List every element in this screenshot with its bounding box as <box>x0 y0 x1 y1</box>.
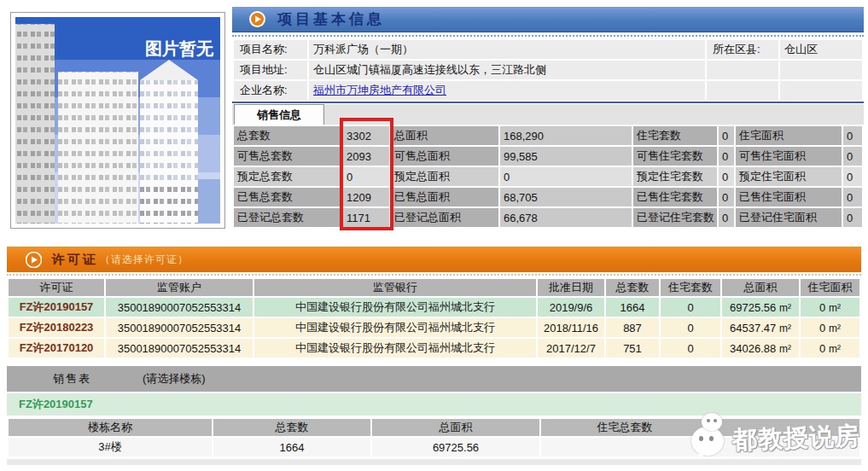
column-header-account: 监管账户 <box>106 279 253 296</box>
license-bank: 中国建设银行股份有限公司福州城北支行 <box>254 339 536 358</box>
residential-area-value: 0 <box>843 126 862 145</box>
info-row-company: 企业名称: 福州市万坤房地产有限公司 <box>234 81 862 100</box>
reserved-area-label: 预定总面积 <box>391 167 498 186</box>
empty-cell <box>707 61 778 79</box>
registered-res-area-label: 已登记住宅面积 <box>736 208 842 227</box>
registered-area-value: 66,678 <box>500 208 632 227</box>
info-row-name: 项目名称: 万科派广场（一期） 所在区县: 仓山区 <box>234 40 862 59</box>
license-section: 许可证 （请选择许可证） 许可证 监管账户 监管银行 批准日期 总套数 住宅套数… <box>7 247 861 465</box>
license-total-area: 69725.56 m² <box>722 298 799 317</box>
license-row[interactable]: FZ许20190157 35001890007052553314 中国建设银行股… <box>9 298 859 317</box>
license-header: 许可证 （请选择许可证） <box>7 247 861 272</box>
no-image-label: 图片暂无 <box>145 39 214 58</box>
basic-info-panel: 项目基本信息 项目名称: 万科派广场（一期） 所在区县: 仓山区 项目地址: 仓… <box>232 7 864 229</box>
license-total-area: 34026.88 m² <box>722 339 799 358</box>
address-value: 仓山区城门镇福厦高速连接线以东，三江路北侧 <box>309 61 705 79</box>
available-res-units-value: 0 <box>719 147 734 166</box>
available-units-value: 2093 <box>343 147 389 166</box>
residential-area-label: 住宅面积 <box>736 126 842 145</box>
registered-res-units-label: 已登记住宅套数 <box>633 208 717 227</box>
bottom-strip <box>7 459 861 465</box>
residential-units-label: 住宅套数 <box>633 126 717 145</box>
project-info-page: { "photo": { "no_image_label": "图片暂无" },… <box>0 0 868 471</box>
license-bank: 中国建设银行股份有限公司福州城北支行 <box>254 298 536 317</box>
residential-units-value: 0 <box>719 126 734 145</box>
sold-res-area-label: 已售住宅面积 <box>736 188 842 206</box>
registered-res-units-value: 0 <box>719 208 734 227</box>
license-date: 2018/11/16 <box>538 318 604 337</box>
building-photo: 图片暂无 <box>15 17 220 224</box>
license-code[interactable]: FZ许20180223 <box>9 318 104 337</box>
license-total-area: 64537.47 m² <box>722 318 799 337</box>
basic-info-header: 项目基本信息 <box>232 7 864 32</box>
empty-cell <box>780 81 862 100</box>
building-sales-header: 销售表 (请选择楼栋) <box>7 366 861 392</box>
license-code[interactable]: FZ许20170120 <box>9 339 104 358</box>
reserved-units-label: 预定总套数 <box>234 167 341 186</box>
license-res-units: 0 <box>661 339 720 358</box>
reserved-res-units-value: 0 <box>719 167 734 186</box>
building-name[interactable]: 3#楼 <box>9 438 212 456</box>
sales-row-reserved: 预定总套数 0 预定总面积 0 预定住宅套数 0 预定住宅面积 0 <box>234 167 862 186</box>
reserved-units-value: 0 <box>343 167 389 186</box>
license-row[interactable]: FZ许20180223 35001890007052553314 中国建设银行股… <box>9 318 859 337</box>
license-date: 2017/12/7 <box>538 339 604 358</box>
column-header-res-units: 住宅套数 <box>661 279 720 296</box>
play-icon <box>249 11 265 27</box>
total-area-label: 总面积 <box>391 126 498 145</box>
sales-row-available: 可售总套数 2093 可售总面积 99,585 可售住宅套数 0 可售住宅面积 … <box>234 147 862 166</box>
sold-res-units-label: 已售住宅套数 <box>633 188 717 206</box>
sold-res-units-value: 0 <box>719 188 734 206</box>
reserved-res-area-value: 0 <box>843 167 862 186</box>
sales-info-table: 总套数 3302 总面积 168,290 住宅套数 0 住宅面积 0 可售总套数… <box>232 125 864 229</box>
company-label: 企业名称: <box>234 81 307 100</box>
license-total-units: 1664 <box>606 298 659 317</box>
license-res-units: 0 <box>661 318 720 337</box>
column-header-building: 楼栋名称 <box>9 419 212 436</box>
license-date: 2019/9/6 <box>538 298 604 317</box>
column-header-res-area: 住宅面积 <box>801 279 859 296</box>
available-area-value: 99,585 <box>500 147 632 166</box>
building-total-area: 69725.56 <box>372 438 539 456</box>
registered-area-label: 已登记总面积 <box>391 208 498 227</box>
project-name-value: 万科派广场（一期） <box>309 40 705 59</box>
building-table-header: 楼栋名称 总套数 总面积 住宅总套数 <box>9 419 859 436</box>
column-header-bank: 监管银行 <box>254 279 536 296</box>
sales-table-title: 销售表 <box>53 371 91 387</box>
available-res-area-value: 0 <box>843 147 862 166</box>
registered-units-label: 已登记总套数 <box>234 208 341 227</box>
building-row[interactable]: 3#楼 1664 69725.56 <box>9 438 859 456</box>
license-res-units: 0 <box>661 298 720 317</box>
company-link[interactable]: 福州市万坤房地产有限公司 <box>313 84 446 96</box>
info-row-address: 项目地址: 仓山区城门镇福厦高速连接线以东，三江路北侧 <box>234 61 862 79</box>
district-value: 仓山区 <box>780 40 862 59</box>
tab-sales-info[interactable]: 销售信息 <box>234 104 324 125</box>
address-label: 项目地址: <box>234 61 307 79</box>
total-area-value: 168,290 <box>500 126 632 145</box>
reserved-res-units-label: 预定住宅套数 <box>633 167 717 186</box>
column-header-res-total-units: 住宅总套数 <box>541 419 708 436</box>
column-header-license: 许可证 <box>9 279 104 296</box>
available-res-units-label: 可售住宅套数 <box>633 147 717 166</box>
column-header-total-units: 总套数 <box>606 279 659 296</box>
available-area-label: 可售总面积 <box>391 147 498 166</box>
license-bank: 中国建设银行股份有限公司福州城北支行 <box>254 318 536 337</box>
registered-res-area-value: 0 <box>843 208 862 227</box>
building-photo-placeholder: 图片暂无 <box>10 12 225 229</box>
basic-info-table: 项目名称: 万科派广场（一期） 所在区县: 仓山区 项目地址: 仓山区城门镇福厦… <box>232 38 864 103</box>
license-total-units: 887 <box>606 318 659 337</box>
license-row[interactable]: FZ许20170120 35001890007052553314 中国建设银行股… <box>9 339 859 358</box>
sold-area-value: 68,705 <box>500 188 632 206</box>
license-table-header: 许可证 监管账户 监管银行 批准日期 总套数 住宅套数 总面积 住宅面积 <box>9 279 859 296</box>
selected-license-bar: FZ许20190157 <box>7 393 861 416</box>
project-name-label: 项目名称: <box>234 40 307 59</box>
sold-units-value: 1209 <box>343 188 389 206</box>
basic-info-title: 项目基本信息 <box>277 9 385 29</box>
sold-units-label: 已售总套数 <box>234 188 341 206</box>
reserved-res-area-label: 预定住宅面积 <box>736 167 842 186</box>
license-account: 35001890007052553314 <box>106 318 253 337</box>
building-table: 楼栋名称 总套数 总面积 住宅总套数 3#楼 1664 69725.56 <box>7 417 861 458</box>
license-code[interactable]: FZ许20190157 <box>9 298 104 317</box>
building-total-units: 1664 <box>213 438 370 456</box>
column-header-total-area: 总面积 <box>722 279 799 296</box>
